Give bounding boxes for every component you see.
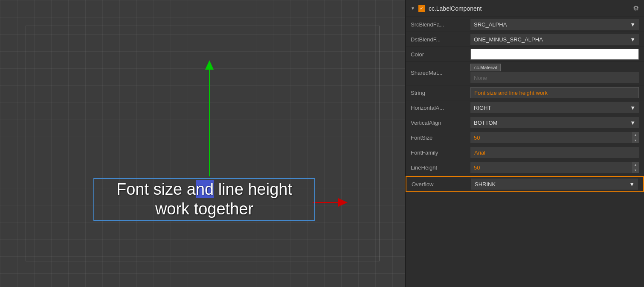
canvas-inner: Font size and line height work together bbox=[26, 26, 380, 261]
shared-material-row: SharedMat... cc.Material None bbox=[406, 62, 644, 85]
line-height-decrement[interactable]: ▼ bbox=[632, 167, 639, 173]
string-input[interactable]: Font size and line height work bbox=[470, 87, 639, 98]
chevron-down-icon: ▼ bbox=[630, 120, 635, 126]
line-height-spinners: ▲ ▼ bbox=[632, 162, 639, 173]
arrow-y-head bbox=[205, 60, 214, 70]
vertical-align-text: BOTTOM bbox=[474, 120, 497, 126]
font-family-row: FontFamily Arial bbox=[406, 145, 644, 160]
vertical-align-row: VerticalAlign BOTTOM ▼ bbox=[406, 115, 644, 130]
arrow-y-line bbox=[209, 70, 210, 176]
line-height-value: ▲ ▼ bbox=[470, 162, 639, 173]
overflow-row: Overflow SHRINK ▼ bbox=[406, 176, 644, 192]
color-label: Color bbox=[411, 51, 470, 58]
overflow-text: SHRINK bbox=[475, 181, 496, 187]
line-height-input[interactable] bbox=[470, 164, 632, 171]
font-size-row: FontSize ▲ ▼ bbox=[406, 130, 644, 145]
vertical-align-select[interactable]: BOTTOM ▼ bbox=[470, 117, 639, 128]
dst-blend-factor-text: ONE_MINUS_SRC_ALPHA bbox=[474, 36, 543, 43]
chevron-down-icon: ▼ bbox=[629, 181, 635, 187]
horizontal-align-select[interactable]: RIGHT ▼ bbox=[470, 102, 639, 113]
line-height-increment[interactable]: ▲ bbox=[632, 162, 639, 167]
font-family-value: Arial bbox=[470, 147, 639, 158]
font-family-input[interactable]: Arial bbox=[470, 147, 639, 158]
dst-blend-factor-value: ONE_MINUS_SRC_ALPHA ▼ bbox=[470, 34, 639, 45]
src-blend-factor-select[interactable]: SRC_ALPHA ▼ bbox=[470, 19, 639, 30]
chevron-down-icon: ▼ bbox=[630, 36, 635, 43]
shared-material-none-text: None bbox=[474, 75, 487, 81]
arrow-x-head bbox=[338, 198, 348, 207]
font-size-value: ▲ ▼ bbox=[470, 132, 639, 143]
src-blend-factor-label: SrcBlendFa... bbox=[411, 21, 470, 28]
string-label: String bbox=[411, 90, 470, 96]
shared-material-label: SharedMat... bbox=[411, 64, 470, 76]
horizontal-align-row: HorizontalA... RIGHT ▼ bbox=[406, 100, 644, 115]
x-axis-arrow bbox=[313, 198, 348, 207]
vertical-align-label: VerticalAlign bbox=[411, 120, 470, 126]
color-value bbox=[470, 49, 639, 60]
src-blend-factor-value: SRC_ALPHA ▼ bbox=[470, 19, 639, 30]
string-row: String Font size and line height work bbox=[406, 85, 644, 100]
expand-arrow-icon[interactable]: ▼ bbox=[411, 6, 415, 11]
dst-blend-factor-row: DstBlendF... ONE_MINUS_SRC_ALPHA ▼ bbox=[406, 32, 644, 47]
overflow-value: SHRINK ▼ bbox=[471, 179, 638, 190]
y-axis-arrow bbox=[205, 60, 214, 176]
font-size-label: FontSize bbox=[411, 135, 470, 141]
shared-material-value: cc.Material None bbox=[470, 64, 639, 83]
check-icon: ✓ bbox=[420, 6, 424, 11]
line-height-row: LineHeight ▲ ▼ bbox=[406, 160, 644, 175]
canvas-label-text: Font size and line height work together bbox=[116, 180, 292, 219]
cc-material-tab: cc.Material bbox=[470, 64, 501, 71]
shared-material-input[interactable]: None bbox=[470, 72, 639, 83]
canvas-viewport: Font size and line height work together bbox=[0, 0, 405, 287]
horizontal-align-text: RIGHT bbox=[474, 105, 491, 111]
font-size-input[interactable] bbox=[470, 135, 632, 141]
string-text: Font size and line height work bbox=[474, 90, 548, 96]
component-title: cc.LabelComponent bbox=[429, 5, 629, 12]
font-family-text: Arial bbox=[474, 149, 485, 156]
font-size-spinners: ▲ ▼ bbox=[632, 132, 639, 143]
component-enabled-checkbox[interactable]: ✓ bbox=[418, 5, 425, 12]
color-swatch[interactable] bbox=[470, 49, 639, 60]
color-row: Color bbox=[406, 47, 644, 62]
chevron-down-icon: ▼ bbox=[630, 21, 635, 28]
dst-blend-factor-select[interactable]: ONE_MINUS_SRC_ALPHA ▼ bbox=[470, 34, 639, 45]
line-height-label: LineHeight bbox=[411, 164, 470, 171]
src-blend-factor-text: SRC_ALPHA bbox=[474, 21, 507, 28]
properties-panel: ▼ ✓ cc.LabelComponent ⚙ SrcBlendFa... SR… bbox=[405, 0, 644, 287]
dst-blend-factor-label: DstBlendF... bbox=[411, 36, 470, 43]
font-size-input-wrapper: ▲ ▼ bbox=[470, 132, 639, 143]
font-size-decrement[interactable]: ▼ bbox=[632, 138, 639, 143]
label-bounding-box: Font size and line height work together bbox=[93, 178, 315, 221]
horizontal-align-value: RIGHT ▼ bbox=[470, 102, 639, 113]
line-height-input-wrapper: ▲ ▼ bbox=[470, 162, 639, 173]
vertical-align-value: BOTTOM ▼ bbox=[470, 117, 639, 128]
horizontal-align-label: HorizontalA... bbox=[411, 105, 470, 111]
overflow-select[interactable]: SHRINK ▼ bbox=[471, 179, 638, 190]
string-value: Font size and line height work bbox=[470, 87, 639, 98]
src-blend-factor-row: SrcBlendFa... SRC_ALPHA ▼ bbox=[406, 17, 644, 32]
gear-icon[interactable]: ⚙ bbox=[633, 4, 639, 12]
component-header: ▼ ✓ cc.LabelComponent ⚙ bbox=[406, 0, 644, 17]
font-size-increment[interactable]: ▲ bbox=[632, 132, 639, 138]
chevron-down-icon: ▼ bbox=[630, 105, 635, 111]
font-family-label: FontFamily bbox=[411, 149, 470, 156]
arrow-x-line bbox=[313, 202, 338, 203]
overflow-label: Overflow bbox=[412, 181, 471, 187]
